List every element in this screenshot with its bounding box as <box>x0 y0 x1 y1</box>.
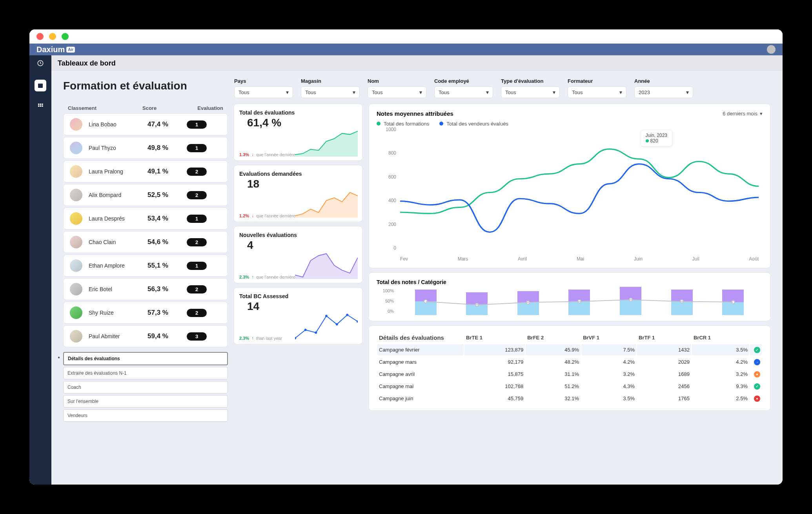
chevron-down-icon: ▾ <box>286 89 289 95</box>
user-avatar[interactable] <box>767 45 776 54</box>
filter-6: Année2023▾ <box>634 78 693 98</box>
svg-point-14 <box>346 314 348 316</box>
chevron-down-icon: ▾ <box>353 89 355 95</box>
rank-row[interactable]: Paul Abmiter59,4 %3 <box>63 325 228 347</box>
minimize-icon[interactable] <box>49 33 56 40</box>
nav-grid[interactable] <box>35 100 46 112</box>
row-name: Laura Després <box>89 215 147 222</box>
details-table-card: Détails des évaluationsBrTE 1BrFE 2BrVF … <box>368 325 771 411</box>
kpi-value: 61,4 % <box>239 117 357 129</box>
fullscreen-icon[interactable] <box>62 33 69 40</box>
filter-2: NomTous▾ <box>368 78 426 98</box>
chart-title: Notes moyennes attribuées <box>377 110 453 117</box>
row-eval-badge: 2 <box>187 309 207 317</box>
rank-row[interactable]: Laura Pralong49,1 %2 <box>63 160 228 182</box>
table-row[interactable]: Campagne février123,87945.9%7.5%14323.5%… <box>377 344 762 355</box>
line-chart-card: Notes moyennes attribuées 6 derniers moi… <box>368 104 771 268</box>
kpi-pct: 1.2% <box>239 213 249 218</box>
row-score: 49,1 % <box>147 168 187 175</box>
stacked-bar <box>722 290 744 315</box>
filter-select[interactable]: Tous▾ <box>301 86 360 98</box>
right-column: Notes moyennes attribuées 6 derniers moi… <box>368 104 771 478</box>
y-axis: 10008006004002000 <box>377 127 396 251</box>
row-name: Laura Pralong <box>89 168 147 175</box>
col-name: Classement <box>68 105 142 111</box>
table-row[interactable]: Campagne mai102,76851.2%4.3%24569.3%✓ <box>377 381 762 392</box>
filter-5: FormateurTous▾ <box>568 78 626 98</box>
svg-rect-2 <box>38 84 43 85</box>
sparkline <box>295 252 358 279</box>
avatar <box>70 283 82 295</box>
row-eval-badge: 2 <box>187 285 207 293</box>
table-title: Détails des évaluations <box>377 332 464 343</box>
rank-row[interactable]: Eric Botel56,3 %2 <box>63 278 228 300</box>
row-name: Alix Bompard <box>89 192 147 198</box>
rank-row[interactable]: Shy Ruize57,3 %2 <box>63 302 228 324</box>
body: Formation et évaluation PaysTous▾Magasin… <box>29 71 783 485</box>
ranking-panel: Classement Score Evaluation Lina Bobao47… <box>63 104 228 478</box>
svg-rect-3 <box>38 104 39 105</box>
kpi-value: 4 <box>239 239 357 252</box>
rank-row[interactable]: Laura Després53,4 %1 <box>63 208 228 230</box>
period-selector[interactable]: 6 derniers mois ▾ <box>723 111 763 117</box>
sparkline <box>295 129 358 157</box>
filter-label: Nom <box>368 78 426 84</box>
table-row[interactable]: Campagne avril15,87531.1%3.2%16893.2%● <box>377 368 762 380</box>
row-score: 56,3 % <box>147 285 187 293</box>
nav-dashboard[interactable] <box>35 80 46 91</box>
row-eval-badge: 1 <box>187 262 207 270</box>
brand-name: Daxium <box>36 45 65 54</box>
chevron-down-icon: ▾ <box>419 89 422 95</box>
stacked-bar <box>620 287 641 315</box>
filter-select[interactable]: Tous▾ <box>234 86 293 98</box>
ranking-header: Classement Score Evaluation <box>63 104 228 113</box>
table-row[interactable]: Campagne mars92,17948.2%4.2%20294.2%→ <box>377 356 762 368</box>
tab[interactable]: Sur l'ensemble <box>63 395 228 408</box>
app-window: Daxium Air Tableaux de bord Formation et… <box>29 29 783 485</box>
filter-select[interactable]: Tous▾ <box>568 86 626 98</box>
content: Classement Score Evaluation Lina Bobao47… <box>51 98 783 485</box>
row-name: Chao Clain <box>89 239 147 245</box>
status-icon: ● <box>754 396 760 402</box>
filter-select[interactable]: 2023▾ <box>634 86 693 98</box>
kpi-note: than last year <box>256 336 282 341</box>
row-name: Lina Bobao <box>89 121 147 128</box>
header-bar: Tableaux de bord <box>29 55 783 71</box>
svg-rect-4 <box>40 104 41 105</box>
rank-row[interactable]: Ethan Amplore55,1 %1 <box>63 255 228 277</box>
line-chart-svg <box>400 127 759 251</box>
chevron-down-icon: ▾ <box>553 89 555 95</box>
kpi-pct: 1.3% <box>239 152 249 157</box>
row-score: 54,6 % <box>147 238 187 246</box>
row-score: 52,5 % <box>147 191 187 199</box>
kpi-title: Total des évaluations <box>239 109 357 116</box>
close-icon[interactable] <box>36 33 44 40</box>
chevron-down-icon: ▾ <box>619 89 622 95</box>
filter-4: Type d'évaluationTous▾ <box>501 78 560 98</box>
tab[interactable]: Extraire des évaluations N-1 <box>63 367 228 379</box>
marker-dot-icon <box>475 303 479 307</box>
page-header-title: Tableaux de bord <box>51 59 116 67</box>
svg-rect-6 <box>38 106 39 107</box>
kpi-card: Total des évaluations61,4 %1.3% ↓ que l'… <box>233 104 363 161</box>
filter-select[interactable]: Tous▾ <box>368 86 426 98</box>
arrow-up-icon: ↑ <box>251 335 254 341</box>
tab[interactable]: Coach <box>63 381 228 394</box>
tab[interactable]: Vendeurs <box>63 409 228 422</box>
rank-row[interactable]: Chao Clain54,6 %2 <box>63 231 228 253</box>
nav-icon-history[interactable] <box>29 55 51 71</box>
rank-row[interactable]: Paul Thyzo49,8 %1 <box>63 137 228 159</box>
filter-select[interactable]: Tous▾ <box>501 86 560 98</box>
rank-row[interactable]: Alix Bompard52,5 %2 <box>63 184 228 206</box>
filter-select[interactable]: Tous▾ <box>434 86 493 98</box>
rank-row[interactable]: Lina Bobao47,4 %1 <box>63 113 228 135</box>
row-name: Ethan Amplore <box>89 262 147 269</box>
stacked-bar <box>671 290 693 315</box>
tab[interactable]: Détails des évaluations <box>63 352 228 365</box>
chevron-down-icon: ▾ <box>486 89 489 95</box>
avatar <box>70 118 82 131</box>
table-row[interactable]: Campagne juin45,75932.1%3.5%17652.5%● <box>377 393 762 404</box>
arrow-up-icon: ↑ <box>251 274 254 280</box>
avatar <box>70 259 82 272</box>
avatar <box>70 189 82 201</box>
